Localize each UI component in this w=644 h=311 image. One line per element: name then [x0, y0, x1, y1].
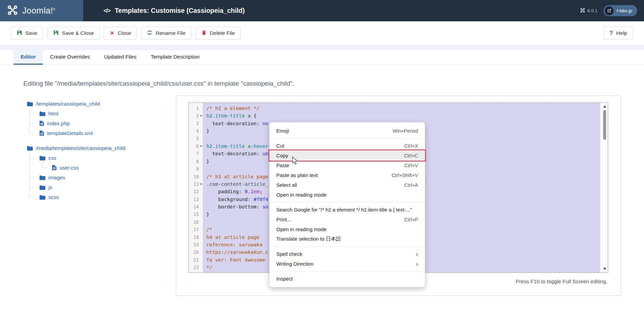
- menu-item-shortcut: Ctrl+X: [404, 143, 418, 149]
- help-icon: ?: [610, 30, 613, 37]
- menu-item-label: Open in reading mode: [276, 226, 326, 232]
- menu-item-label: Print...: [276, 217, 291, 222]
- line-number: 12: [189, 188, 199, 195]
- code-text: https://saruwakakun.c: [206, 248, 268, 256]
- delete-file-button[interactable]: Delete File: [196, 27, 241, 40]
- fold-arrow-icon[interactable]: [200, 115, 202, 117]
- tree-item-js[interactable]: js: [22, 182, 168, 192]
- menu-item-label: Open in reading mode: [276, 192, 326, 198]
- tree-item-scss[interactable]: scss: [22, 192, 168, 202]
- submenu-arrow-icon: ›: [416, 251, 418, 257]
- line-number: 21: [189, 256, 199, 264]
- code-text: /*: [206, 226, 212, 233]
- menu-item-inspect[interactable]: Inspect: [270, 274, 425, 284]
- tree-connector-line: [29, 192, 30, 197]
- tree-item-label: images: [48, 175, 65, 181]
- menu-item-shortcut: Ctrl+A: [404, 182, 418, 188]
- submenu-arrow-icon: ›: [416, 261, 418, 267]
- save-close-button[interactable]: Save & Close: [47, 27, 100, 40]
- tree-item-html[interactable]: html: [22, 109, 168, 118]
- site-preview-button[interactable]: f-labs.jp: [603, 5, 637, 16]
- tree-item--templates-cassiopeia-child[interactable]: /templates/cassiopeia_child: [22, 99, 168, 109]
- line-number: 3: [189, 120, 199, 127]
- code-text: h2.item-title a:hover: [206, 142, 268, 150]
- fullscreen-hint: Press F10 to toggle Full Screen editing.: [516, 279, 607, 285]
- editing-file-note: Editing file "/media/templates/site/cass…: [23, 80, 294, 87]
- menu-item-writing-direction[interactable]: Writing Direction›: [270, 259, 425, 269]
- menu-item-paste-as-plain-text[interactable]: Paste as plain textCtrl+Shift+V: [270, 170, 425, 180]
- line-number: 14: [189, 203, 199, 210]
- tree-item-user.css[interactable]: user.css: [22, 163, 168, 173]
- file-icon: [52, 165, 56, 170]
- tree-item--media-templates-site-cassiopeia-child[interactable]: /media/templates/site/cassiopeia_child: [22, 143, 168, 153]
- tree-item-css[interactable]: css: [22, 153, 168, 163]
- copy-highlight-box: [269, 150, 426, 161]
- menu-item-open-in-reading-mode[interactable]: Open in reading mode: [270, 190, 425, 200]
- line-number: 5: [189, 135, 199, 142]
- tab-editor[interactable]: Editor: [14, 50, 43, 65]
- menu-item-emoji[interactable]: EmojiWin+Period: [270, 126, 425, 136]
- menu-item-paste[interactable]: PasteCtrl+V: [270, 160, 425, 170]
- tab-template-description[interactable]: Template Description: [143, 50, 207, 65]
- line-number: 7: [189, 150, 199, 157]
- menu-item-label: Select all: [276, 182, 297, 188]
- site-link-label: f-labs.jp: [617, 8, 632, 13]
- tree-item-label: js: [48, 184, 52, 191]
- menu-separator: [270, 138, 425, 138]
- scroll-up-arrow-icon[interactable]: [603, 105, 606, 108]
- tree-item-templatedetails.xml[interactable]: templateDetails.xml: [22, 128, 168, 138]
- tab-updated-files[interactable]: Updated Files: [97, 50, 144, 65]
- code-text: /* h3 at article page: [206, 173, 268, 180]
- close-button[interactable]: ✕Close: [104, 27, 137, 40]
- menu-item-copy[interactable]: CopyCtrl+C: [270, 151, 425, 160]
- menu-item-label: Copy: [276, 153, 288, 158]
- tree-item-label: css: [48, 155, 56, 161]
- save-button[interactable]: Save: [11, 27, 43, 40]
- menu-item-translate-selection-to-[interactable]: Translate selection to 日本語: [270, 234, 425, 244]
- menu-item-shortcut: Ctrl+Shift+V: [392, 173, 418, 178]
- menu-item-cut[interactable]: CutCtrl+X: [270, 141, 425, 151]
- menu-item-label: Cut: [276, 143, 284, 149]
- tree-connector-line: [29, 158, 33, 158]
- button-label: Save: [25, 30, 37, 36]
- menu-item-print-[interactable]: Print...Ctrl+P: [270, 215, 425, 224]
- rename-file-button[interactable]: Rename File: [141, 27, 191, 40]
- menu-item-label: Translate selection to 日本語: [276, 236, 341, 242]
- page-title-wrap: </> Templates: Customise (Cassiopeia_chi…: [104, 7, 245, 15]
- code-text: h2.item-title a {: [206, 112, 256, 119]
- template-file-tree: /templates/cassiopeia_childhtmlindex.php…: [22, 99, 168, 202]
- menu-item-shortcut: Win+Period: [393, 128, 418, 134]
- joomla-wordmark: Joomla!®: [22, 6, 55, 16]
- menu-item-label: Paste as plain text: [276, 172, 318, 178]
- fold-arrow-icon[interactable]: [200, 146, 202, 147]
- line-number: 17: [189, 226, 199, 233]
- tree-item-label: user.css: [60, 165, 79, 171]
- button-label: Save & Close: [62, 30, 94, 36]
- editor-scrollbar[interactable]: [602, 103, 607, 272]
- code-text: text-decoration: no: [206, 120, 268, 127]
- fold-arrow-icon[interactable]: [200, 183, 202, 185]
- scroll-down-arrow-icon[interactable]: [603, 268, 606, 270]
- menu-item-select-all[interactable]: Select allCtrl+A: [270, 180, 425, 190]
- tab-create-overrides[interactable]: Create Overrides: [43, 50, 97, 65]
- menu-item-shortcut: Ctrl+C: [404, 153, 418, 158]
- menu-separator: [270, 202, 425, 202]
- tree-connector-line: [42, 163, 42, 168]
- code-text: reference: saruwaka: [206, 241, 262, 248]
- line-number: 11: [189, 180, 199, 188]
- code-text: padding: 0.1em;: [206, 188, 262, 195]
- help-button[interactable]: ?Help: [603, 27, 633, 40]
- menu-item-search-google-for-h2-a-element[interactable]: Search Google for "/* h2 a element */ h2…: [270, 205, 425, 215]
- menu-item-spell-check[interactable]: Spell check›: [270, 249, 425, 259]
- line-number: 20: [189, 248, 199, 256]
- code-text: }: [206, 158, 209, 165]
- menu-item-label: Spell check: [276, 251, 302, 257]
- code-line: 1/* h2 a element */: [189, 105, 600, 112]
- tree-connector-line: [29, 187, 33, 187]
- tree-connector-line: [29, 163, 30, 173]
- menu-item-open-in-reading-mode[interactable]: Open in reading mode: [270, 224, 425, 234]
- tree-item-images[interactable]: images: [22, 173, 168, 182]
- tree-connector-line: [29, 177, 33, 178]
- scrollbar-thumb[interactable]: [603, 110, 606, 140]
- tree-item-index.php[interactable]: index.php: [22, 118, 168, 128]
